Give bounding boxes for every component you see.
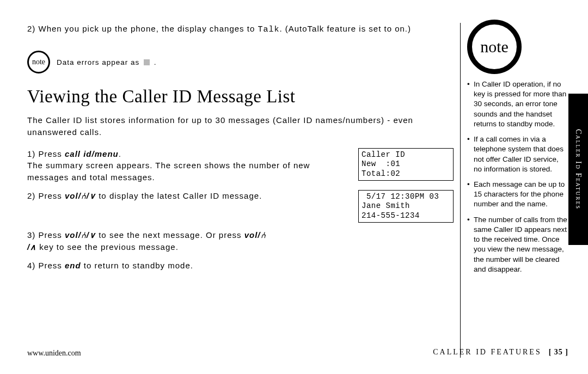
side-notes: note In Caller ID operation, if no key i… bbox=[461, 23, 568, 358]
step-4: 4) Press end to return to standby mode. bbox=[27, 260, 454, 272]
call-id-menu-key: call id/menu bbox=[65, 149, 119, 158]
bell-icon: ⑃ bbox=[81, 191, 87, 200]
step-1: 1) Press call id/menu. The summary scree… bbox=[27, 148, 454, 183]
section-heading: Viewing the Caller ID Message List bbox=[27, 87, 454, 107]
side-bullet: Each message can be up to 15 characters … bbox=[467, 180, 568, 210]
page-footer: www.uniden.com bbox=[27, 349, 460, 358]
note-data-errors: note Data errors appear as . bbox=[27, 51, 454, 73]
lcd-summary: Caller ID New :01 Total:02 bbox=[358, 148, 454, 181]
step-autotalk: 2) When you pick up the phone, the displ… bbox=[27, 23, 454, 35]
gray-square-icon bbox=[144, 59, 150, 65]
footer-section: CALLER ID FEATURES [ 35 ] bbox=[433, 347, 568, 358]
footer-url: www.uniden.com bbox=[27, 349, 81, 358]
lcd-detail: 5/17 12:30PM 03 Jane Smith 214-555-1234 bbox=[358, 190, 454, 223]
bell-icon: ⑃ bbox=[81, 230, 87, 240]
side-bullet: The number of calls from the same Caller… bbox=[467, 215, 568, 274]
note-icon-large: note bbox=[467, 20, 522, 74]
up-arrow-icon: ∧ bbox=[30, 242, 36, 252]
bell-icon: ⑃ bbox=[261, 230, 266, 240]
section-intro: The Caller ID list stores information fo… bbox=[27, 114, 454, 138]
down-arrow-icon: ∨ bbox=[89, 191, 96, 200]
note-icon-small: note bbox=[27, 51, 50, 73]
step-3: 3) Press vol/⑃/∨ to see the next message… bbox=[27, 229, 454, 253]
side-bullet: In Caller ID operation, if no key is pre… bbox=[467, 79, 568, 129]
down-arrow-icon: ∨ bbox=[89, 230, 96, 240]
step-2: 2) Press vol/⑃/∨ to display the latest C… bbox=[27, 190, 454, 223]
talk-mono: Talk bbox=[258, 25, 279, 34]
side-bullet: If a call comes in via a telephone syste… bbox=[467, 134, 568, 174]
side-tab: Caller Id Features bbox=[568, 94, 588, 245]
end-key: end bbox=[65, 261, 81, 270]
